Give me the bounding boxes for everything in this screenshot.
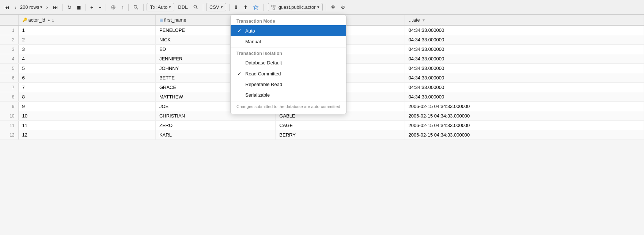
nav-next-button[interactable]: › <box>45 4 49 11</box>
ddl-search-button[interactable] <box>192 4 200 11</box>
col-header-last-update[interactable]: …ate ▾ <box>405 15 644 25</box>
row-num-cell: 3 <box>0 45 18 54</box>
sort-asc-icon: ▲ <box>47 18 51 22</box>
last-update-cell: 2006-02-15 04:34:33.000000 <box>405 130 644 140</box>
tx-dropdown-menu: Transaction Mode ✓ Auto Manual Transacti… <box>230 15 346 114</box>
actor-id-cell: 12 <box>18 130 155 140</box>
pk-icon: 🔑 <box>22 18 27 22</box>
search-icon-button[interactable] <box>132 4 140 11</box>
row-num-cell: 2 <box>0 35 18 45</box>
last-update-cell: 04:34:33.000000 <box>405 45 644 54</box>
last-update-cell: 04:34:33.000000 <box>405 83 644 92</box>
first-name-cell: KARL <box>155 130 275 140</box>
row-num-cell: 7 <box>0 83 18 92</box>
actor-id-cell: 4 <box>18 54 155 64</box>
table-row[interactable]: 12 12 KARL BERRY 2006-02-15 04:34:33.000… <box>0 130 644 140</box>
menu-divider-2 <box>231 101 346 101</box>
sep2 <box>86 4 86 11</box>
menu-divider-1 <box>231 48 346 48</box>
pin-button[interactable] <box>251 4 260 11</box>
row-num-cell: 9 <box>0 102 18 111</box>
sep4 <box>128 4 129 11</box>
last-update-cell: 04:34:33.000000 <box>405 73 644 83</box>
sep3 <box>106 4 106 11</box>
last-update-cell: 04:34:33.000000 <box>405 25 644 35</box>
last-update-cell: 04:34:33.000000 <box>405 54 644 64</box>
schema-selector-button[interactable]: guest.public.actor ▾ <box>268 3 323 11</box>
actor-id-cell: 6 <box>18 73 155 83</box>
ddl-button[interactable]: DDL <box>177 4 189 11</box>
row-num-cell: 8 <box>0 92 18 102</box>
settings-button[interactable]: ⚙ <box>339 4 347 11</box>
actor-id-cell: 2 <box>18 35 155 45</box>
menu-item-repeatable-read[interactable]: Repeatable Read <box>231 79 346 90</box>
last-name-cell: BERRY <box>276 130 405 140</box>
csv-button[interactable]: CSV ▾ <box>206 3 226 11</box>
sep6 <box>203 4 203 11</box>
copy-button[interactable] <box>109 4 118 11</box>
eye-button[interactable]: 👁 <box>329 4 337 11</box>
sep7 <box>229 4 230 11</box>
svg-rect-9 <box>273 8 274 10</box>
row-num-cell: 6 <box>0 73 18 83</box>
tx-auto-button[interactable]: Tx: Auto ▾ <box>147 3 174 11</box>
actor-id-cell: 5 <box>18 64 155 73</box>
svg-line-4 <box>137 8 138 9</box>
svg-point-3 <box>134 5 137 8</box>
menu-item-manual[interactable]: Manual <box>231 36 346 47</box>
rows-count: 200 rows ▾ <box>20 4 43 10</box>
transaction-isolation-header: Transaction Isolation <box>231 49 346 57</box>
add-row-button[interactable]: + <box>89 4 95 11</box>
col-header-actor-id[interactable]: 🔑 actor_id ▲ 1 <box>18 15 155 25</box>
menu-item-auto[interactable]: ✓ Auto <box>231 25 346 36</box>
auto-commit-tooltip: Changes submitted to the database are au… <box>231 102 346 112</box>
col-icon-first-name: ▦ <box>159 18 163 22</box>
sep8 <box>263 4 264 11</box>
sep5 <box>143 4 144 11</box>
sep9 <box>326 4 326 11</box>
svg-point-5 <box>194 5 197 8</box>
row-num-cell: 10 <box>0 111 18 121</box>
svg-rect-8 <box>274 5 276 7</box>
actor-id-cell: 7 <box>18 83 155 92</box>
actor-id-cell: 8 <box>18 92 155 102</box>
row-num-cell: 11 <box>0 121 18 130</box>
menu-item-serializable[interactable]: Serializable <box>231 90 346 100</box>
remove-row-button[interactable]: − <box>97 4 103 11</box>
last-update-cell: 04:34:33.000000 <box>405 35 644 45</box>
last-update-cell: 04:34:33.000000 <box>405 64 644 73</box>
stop-button[interactable]: ◼ <box>75 4 83 11</box>
table-row[interactable]: 11 11 ZERO CAGE 2006-02-15 04:34:33.0000… <box>0 121 644 130</box>
svg-line-6 <box>196 8 198 9</box>
last-update-cell: 2006-02-15 04:34:33.000000 <box>405 102 644 111</box>
download-button[interactable]: ⬇ <box>232 4 240 11</box>
read-committed-check-icon: ✓ <box>236 71 242 77</box>
refresh-button[interactable]: ↻ <box>66 4 73 11</box>
menu-item-database-default[interactable]: Database Default <box>231 57 346 68</box>
nav-last-button[interactable]: ⏭ <box>52 4 60 11</box>
nav-prev-button[interactable]: ‹ <box>13 4 18 11</box>
row-num-cell: 5 <box>0 64 18 73</box>
svg-rect-7 <box>272 5 273 7</box>
last-update-cell: 04:34:33.000000 <box>405 92 644 102</box>
toolbar: ⏮ ‹ 200 rows ▾ › ⏭ ↻ ◼ + − ↑ Tx: Auto ▾ … <box>0 0 644 15</box>
transaction-mode-header: Transaction Mode <box>231 16 346 25</box>
menu-item-read-committed[interactable]: ✓ Read Committed <box>231 68 346 79</box>
auto-check-icon: ✓ <box>236 28 242 34</box>
last-update-cell: 2006-02-15 04:34:33.000000 <box>405 121 644 130</box>
row-num-cell: 12 <box>0 130 18 140</box>
sep1 <box>62 4 63 11</box>
actor-id-cell: 1 <box>18 25 155 35</box>
actor-id-cell: 11 <box>18 121 155 130</box>
move-up-button[interactable]: ↑ <box>120 4 125 11</box>
row-num-header <box>0 15 18 25</box>
first-name-cell: ZERO <box>155 121 275 130</box>
actor-id-cell: 3 <box>18 45 155 54</box>
row-num-cell: 1 <box>0 25 18 35</box>
last-name-cell: CAGE <box>276 121 405 130</box>
nav-first-button[interactable]: ⏮ <box>3 4 11 11</box>
upload-button[interactable]: ⬆ <box>242 4 249 11</box>
row-num-cell: 4 <box>0 54 18 64</box>
actor-id-cell: 9 <box>18 102 155 111</box>
last-update-cell: 2006-02-15 04:34:33.000000 <box>405 111 644 121</box>
